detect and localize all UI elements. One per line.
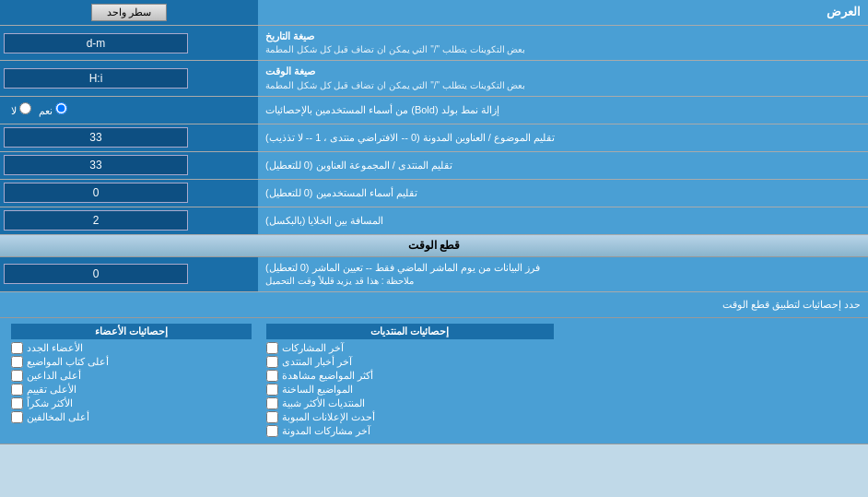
username-trim-input[interactable] [4, 183, 188, 203]
checkbox-item: أعلى كتاب المواضيع [11, 355, 252, 369]
checkbox-item: آخر أخبار المنتدى [266, 355, 555, 369]
cut-section-header: قطع الوقت [0, 235, 868, 257]
bold-remove-label: إزالة نمط بولد (Bold) من أسماء المستخدمي… [265, 103, 499, 117]
checkbox-item: المنتديات الأكثر شبية [266, 396, 555, 410]
page-title: العرض [258, 0, 868, 25]
display-dropdown[interactable]: سطر واحد [91, 4, 167, 21]
forum-trim-input[interactable] [4, 155, 188, 175]
checkbox-adaa-jodod[interactable] [11, 342, 23, 354]
checkbox-ahdath-ilanat[interactable] [266, 411, 278, 423]
checkbox-ala-taqyim[interactable] [11, 384, 23, 396]
checkbox-akhir-madawana[interactable] [266, 425, 278, 437]
checkbox-item: أعلى المخالفين [11, 410, 252, 424]
bold-yes-radio[interactable] [55, 102, 67, 114]
checkbox-ala-kotab[interactable] [11, 356, 23, 368]
topics-trim-label: تقليم الموضوع / العناوين المدونة (0 -- ا… [265, 131, 555, 145]
checkbox-item: الأعلى تقييم [11, 383, 252, 396]
col1-header: إحصائيات الأعضاء [11, 324, 252, 339]
limit-label: حدد إحصائيات لتطبيق قطع الوقت [0, 295, 868, 314]
bold-no-label: لا [11, 102, 31, 117]
topics-trim-input[interactable] [4, 127, 188, 148]
checkbox-item: آخر مشاركات المدونة [266, 424, 555, 438]
checkbox-item: أعلى الداعين [11, 369, 252, 383]
checkbox-ala-mukhalifin[interactable] [11, 411, 23, 423]
checkbox-akhir-mosharka[interactable] [266, 342, 278, 354]
checkbox-item: أكثر المواضيع مشاهدة [266, 369, 555, 383]
checkbox-akthar-shukr[interactable] [11, 397, 23, 409]
checkbox-muntadiyat-akthar[interactable] [266, 397, 278, 409]
cell-spacing-input[interactable] [4, 210, 188, 231]
checkbox-item: الأكثر شكراً [11, 396, 252, 410]
col2-header: إحصائيات المنتديات [266, 324, 555, 339]
forum-trim-label: تقليم المنتدى / المجموعة العناوين (0 للت… [265, 159, 452, 172]
time-format-label: صيغة الوقت [265, 65, 315, 78]
cut-label: فرز البيانات من يوم الماشر الماضي فقط --… [265, 261, 540, 275]
date-format-input[interactable] [4, 33, 188, 53]
date-format-sublabel: بعض التكوينات يتطلب "/" التي يمكن ان تضا… [265, 43, 525, 56]
cut-value-input[interactable] [4, 264, 188, 284]
checkbox-item: المواضيع الساخنة [266, 383, 555, 396]
cell-spacing-label: المسافة بين الخلايا (بالبكسل) [265, 214, 384, 228]
time-format-input[interactable] [4, 68, 188, 89]
checkbox-item: أحدث الإعلانات المبوبة [266, 410, 555, 424]
checkbox-item: الأعضاء الجدد [11, 341, 252, 355]
checkbox-akhir-akhbar[interactable] [266, 356, 278, 368]
checkbox-aktar-mawadhi[interactable] [266, 370, 278, 382]
checkbox-ala-daein[interactable] [11, 370, 23, 382]
time-format-sublabel: بعض التكوينات يتطلب "/" التي يمكن ان تضا… [265, 79, 525, 92]
username-trim-label: تقليم أسماء المستخدمين (0 للتعطيل) [265, 186, 417, 200]
cut-note: ملاحظة : هذا قد يزيد قليلاً وقت التحميل [265, 275, 414, 288]
bold-no-radio[interactable] [19, 102, 31, 114]
date-format-label: صيغة التاريخ [265, 30, 314, 43]
checkbox-item: آخر المشاركات [266, 341, 555, 355]
bold-yes-label: نعم [39, 102, 67, 117]
checkbox-mawadhi-sakhna[interactable] [266, 384, 278, 396]
